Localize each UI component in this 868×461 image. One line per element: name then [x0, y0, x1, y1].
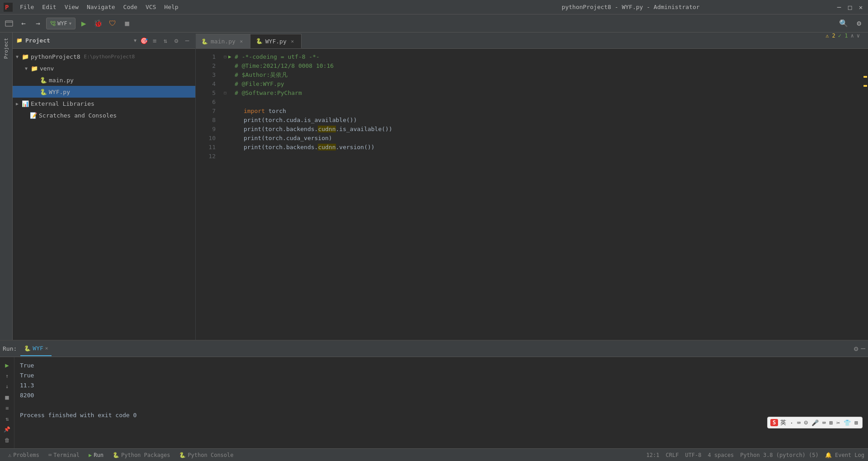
stop-run-button[interactable]: ■ [2, 393, 12, 402]
run-tab-status[interactable]: ▶ Run [84, 452, 108, 458]
sort-button[interactable]: ⇅ [161, 36, 170, 45]
interpreter[interactable]: Python 3.8 (pytorch) (5) [740, 452, 818, 458]
python-console-tab[interactable]: 🐍 Python Console [175, 452, 238, 458]
ime-dot-btn[interactable]: · [788, 419, 795, 426]
ext-libs-arrow-icon: ▶ [14, 101, 20, 106]
ime-toolbar: S 英 · ⌨ ☺ 🎤 ⌨ ⊞ ✂ 👕 ⊞ [767, 417, 863, 428]
ime-keyboard2-btn[interactable]: ⌨ [821, 419, 827, 426]
menu-file[interactable]: File [16, 2, 38, 12]
indent-setting[interactable]: 4 spaces [708, 452, 734, 458]
branch-selector[interactable]: WYF ▼ [46, 18, 75, 29]
output-line-2: True [20, 371, 863, 381]
settings-button[interactable]: ⚙ [853, 17, 865, 30]
tree-item-wyf-py[interactable]: ▶ 🐍 WYF.py [13, 86, 195, 98]
main-py-tab-close[interactable]: ✕ [238, 38, 245, 45]
wyf-py-tab-close[interactable]: ✕ [289, 38, 296, 44]
run-wyf-tab[interactable]: 🐍 WYF ✕ [20, 342, 52, 356]
collapse-all-button[interactable]: ≡ [150, 36, 159, 45]
project-dropdown-icon[interactable]: ▼ [134, 38, 137, 43]
cursor-position[interactable]: 12:1 [646, 452, 660, 458]
menu-navigate[interactable]: Navigate [83, 2, 119, 12]
window-controls: ─ □ ✕ [835, 4, 864, 11]
scroll-down-button[interactable]: ↓ [2, 382, 12, 391]
run-gutter-1[interactable]: ▶ [228, 52, 235, 61]
ime-voice-btn[interactable]: 🎤 [810, 419, 820, 426]
venv-label: venv [40, 65, 54, 72]
terminal-tab[interactable]: ⌨ Terminal [44, 452, 84, 458]
inspection-arrow-icon: ∧ [851, 33, 854, 39]
main-py-tab-label: main.py [211, 38, 236, 45]
code-text-12 [235, 152, 238, 161]
ime-mode-btn[interactable]: 英 [779, 419, 788, 427]
wrap-output-button[interactable]: ≡ [2, 404, 12, 413]
tree-item-main-py[interactable]: ▶ 🐍 main.py [13, 74, 195, 86]
tree-item-venv[interactable]: ▼ 📁 venv [13, 62, 195, 74]
tree-item-scratches[interactable]: ▶ 📝 Scratches and Consoles [13, 109, 195, 121]
gutter-spacer-12 [228, 152, 235, 161]
tree-item-root[interactable]: ▼ 📁 pythonProject8 E:\pythonProject8 [13, 51, 195, 62]
run-tab-label: WYF [33, 345, 43, 352]
fold-icon-5[interactable]: ⊟ [222, 89, 228, 98]
ime-tshirt-btn[interactable]: 👕 [842, 419, 852, 426]
maximize-button[interactable]: □ [846, 4, 854, 11]
forward-button[interactable]: → [32, 17, 44, 30]
run-restart-button[interactable]: ▶ [2, 361, 12, 370]
output-line-6: Process finished with exit code 0 [20, 410, 863, 420]
menu-vcs[interactable]: VCS [142, 2, 160, 12]
code-text-3: # $Author:吴依凡 [235, 71, 288, 80]
warning-scroll-marker-2 [863, 85, 867, 87]
tab-main-py[interactable]: 🐍 main.py ✕ [196, 34, 250, 48]
ime-emoji-btn[interactable]: ☺ [803, 419, 809, 426]
event-log-icon: 🔔 [825, 452, 832, 458]
terminal-label: Terminal [53, 452, 80, 458]
pin-tab-button[interactable]: 📌 [2, 425, 12, 434]
scroll-up-button[interactable]: ↑ [2, 372, 12, 381]
tree-item-external-libs[interactable]: ▶ 📊 External Libraries [13, 98, 195, 109]
menu-help[interactable]: Help [160, 2, 182, 12]
filter-output-button[interactable]: ⇅ [2, 414, 12, 423]
python-packages-tab[interactable]: 🐍 Python Packages [108, 452, 175, 458]
gutter-spacer-11 [228, 143, 235, 152]
project-panel-title: Project [25, 37, 131, 44]
output-line-3: 11.3 [20, 381, 863, 390]
venv-folder-icon: 📁 [31, 65, 38, 72]
locate-file-button[interactable]: 🎯 [139, 36, 148, 45]
ime-grid-btn[interactable]: ⊞ [828, 419, 835, 426]
svg-point-5 [53, 21, 55, 23]
ime-grid2-btn[interactable]: ⊞ [853, 419, 859, 426]
tab-wyf-py[interactable]: 🐍 WYF.py ✕ [250, 34, 302, 48]
window-title: pythonProject8 - WYF.py - Administrator [426, 4, 835, 10]
back-button[interactable]: ← [17, 17, 30, 30]
line-ending[interactable]: CRLF [666, 452, 679, 458]
menu-edit[interactable]: Edit [38, 2, 60, 12]
stop-button[interactable]: ■ [121, 17, 133, 30]
bottom-panel: Run: 🐍 WYF ✕ ⚙ ─ ▶ ↑ ↓ ■ ≡ ⇅ 📌 🗑 True [0, 340, 868, 448]
problems-tab[interactable]: ⚠ Problems [4, 452, 44, 458]
open-file-button[interactable] [3, 17, 15, 30]
delete-output-button[interactable]: 🗑 [2, 436, 12, 445]
ime-keyboard-btn[interactable]: ⌨ [796, 419, 802, 426]
menu-code[interactable]: Code [120, 2, 141, 12]
debug-button[interactable]: 🐞 [92, 17, 104, 30]
fold-icon-1[interactable]: ⊟ [222, 52, 228, 61]
run-close-button[interactable]: ─ [861, 344, 865, 353]
ime-cut-btn[interactable]: ✂ [835, 419, 841, 426]
project-panel-header: 📁 Project ▼ 🎯 ≡ ⇅ ⚙ ─ [13, 33, 195, 49]
search-everywhere-button[interactable]: 🔍 [837, 17, 850, 30]
gutter-spacer-4 [228, 80, 235, 89]
menu-view[interactable]: View [61, 2, 82, 12]
run-settings-button[interactable]: ⚙ [854, 344, 859, 353]
event-log-btn[interactable]: 🔔 Event Log [825, 452, 864, 458]
close-button[interactable]: ✕ [857, 4, 864, 11]
minimize-button[interactable]: ─ [835, 4, 843, 11]
ime-logo[interactable]: S [770, 419, 778, 426]
status-right: 12:1 CRLF UTF-8 4 spaces Python 3.8 (pyt… [646, 452, 864, 458]
project-panel-tab[interactable]: Project [1, 35, 11, 61]
run-tab-close[interactable]: ✕ [45, 345, 48, 351]
wyf-py-tab-label: WYF.py [265, 38, 287, 45]
encoding[interactable]: UTF-8 [685, 452, 701, 458]
hide-panel-button[interactable]: ─ [183, 36, 192, 45]
run-with-coverage-button[interactable]: 🛡 [106, 17, 119, 30]
run-config-run-button[interactable]: ▶ [77, 17, 90, 30]
panel-settings-button[interactable]: ⚙ [172, 36, 181, 45]
